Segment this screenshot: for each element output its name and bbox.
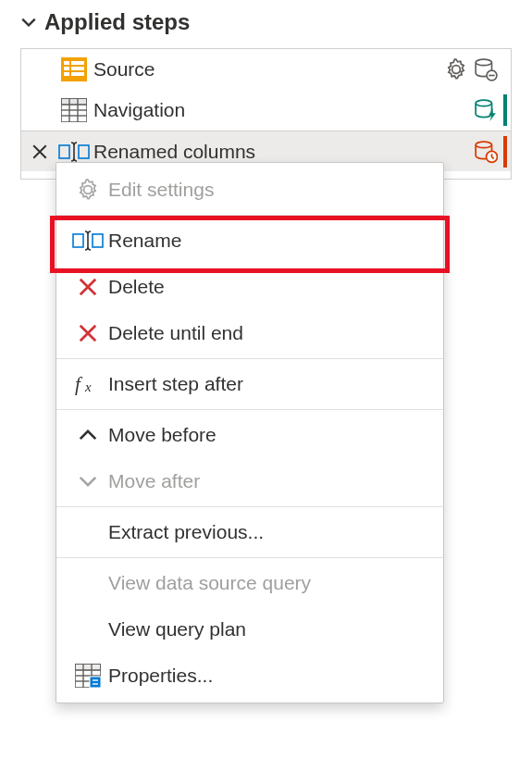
svg-point-16 (476, 100, 491, 106)
menu-label: Move before (108, 424, 217, 446)
svg-text:x: x (84, 379, 92, 394)
svg-rect-18 (79, 145, 89, 158)
svg-rect-3 (64, 67, 69, 70)
chevron-down-icon (68, 471, 108, 491)
table-properties-icon (68, 664, 108, 688)
menu-view-data-source-query: View data source query (56, 560, 443, 606)
menu-extract-previous[interactable]: Extract previous... (56, 509, 443, 555)
svg-rect-21 (73, 234, 83, 247)
applied-steps-header[interactable]: Applied steps (0, 0, 532, 44)
chevron-up-icon (68, 425, 108, 445)
step-label: Navigation (93, 99, 474, 121)
gear-icon (68, 178, 108, 202)
database-bolt-icon[interactable] (474, 98, 498, 122)
menu-separator (56, 358, 443, 359)
step-navigation[interactable]: Navigation (21, 90, 511, 131)
menu-move-before[interactable]: Move before (56, 412, 443, 458)
menu-delete-until-end[interactable]: Delete until end (56, 310, 443, 356)
svg-rect-5 (64, 72, 69, 76)
table-icon (58, 98, 90, 122)
svg-rect-4 (71, 67, 84, 70)
gear-icon[interactable] (444, 57, 468, 81)
menu-label: Insert step after (108, 373, 243, 395)
delete-icon (68, 323, 108, 343)
menu-insert-step-after[interactable]: f x Insert step after (56, 361, 443, 407)
svg-rect-11 (61, 98, 87, 105)
table-source-icon (58, 57, 90, 81)
delete-icon (68, 277, 108, 297)
step-label: Renamed columns (93, 141, 474, 163)
svg-point-19 (476, 142, 491, 148)
menu-label: Edit settings (108, 179, 214, 201)
menu-label: Delete (108, 276, 165, 298)
menu-label: Properties... (108, 665, 213, 687)
menu-label: Move after (108, 470, 200, 492)
menu-delete[interactable]: Delete (56, 264, 443, 310)
svg-rect-2 (71, 61, 84, 65)
menu-rename[interactable]: Rename (56, 218, 443, 264)
menu-separator (56, 215, 443, 216)
menu-label: Delete until end (108, 322, 243, 344)
step-label: Source (93, 58, 444, 81)
svg-point-7 (476, 59, 491, 66)
database-remove-icon[interactable] (474, 57, 498, 81)
svg-rect-26 (75, 664, 101, 670)
menu-label: Rename (108, 230, 181, 252)
menu-label: View data source query (108, 572, 311, 594)
chevron-down-icon (20, 14, 37, 31)
close-icon[interactable] (31, 143, 48, 160)
svg-rect-1 (64, 61, 69, 65)
database-clock-icon[interactable] (474, 140, 498, 164)
menu-separator (56, 506, 443, 507)
menu-move-after: Move after (56, 458, 443, 504)
applied-steps-panel: Source (20, 48, 512, 180)
menu-label: Extract previous... (108, 521, 264, 543)
svg-rect-17 (59, 145, 69, 158)
fx-icon: f x (68, 373, 108, 395)
menu-view-query-plan[interactable]: View query plan (56, 606, 443, 653)
svg-rect-6 (71, 72, 84, 76)
rename-icon (68, 230, 108, 251)
svg-rect-22 (93, 234, 103, 247)
svg-rect-31 (90, 677, 101, 688)
menu-label: View query plan (108, 618, 246, 640)
menu-properties[interactable]: Properties... (56, 653, 443, 699)
step-context-menu: Edit settings Rename Delete Delete until… (56, 162, 444, 703)
menu-separator (56, 409, 443, 410)
menu-separator (56, 557, 443, 558)
step-source[interactable]: Source (21, 49, 511, 90)
panel-title: Applied steps (44, 9, 190, 35)
rename-column-icon (58, 141, 90, 163)
svg-text:f: f (75, 373, 83, 395)
menu-edit-settings: Edit settings (56, 167, 443, 213)
